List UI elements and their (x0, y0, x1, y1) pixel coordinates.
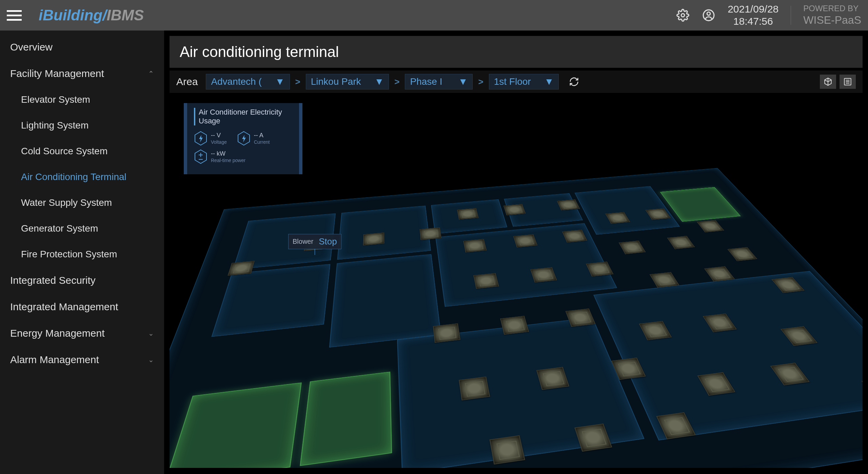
caret-down-icon: ▼ (545, 76, 554, 87)
sidebar-item-generator-system[interactable]: Generator System (0, 216, 164, 241)
chevron-down-icon: ⌄ (148, 356, 154, 364)
breadcrumb-dropdown-floor[interactable]: 1st Floor▼ (489, 74, 559, 90)
breadcrumb-dropdown-company[interactable]: Advantech (▼ (206, 74, 290, 90)
electricity-usage-panel: Air Conditioner Electricity Usage -- V V… (184, 103, 302, 174)
tooltip-value: Stop (319, 236, 337, 247)
caret-down-icon: ▼ (375, 76, 384, 87)
caret-down-icon: ▼ (458, 76, 468, 87)
power-label: Real-time power (211, 158, 245, 163)
bolt-icon (194, 131, 208, 146)
sidebar-item-air-conditioning-terminal[interactable]: Air Conditioning Terminal (0, 164, 164, 190)
top-header: iBuilding/IBMS 2021/09/28 18:47:56 POWER… (0, 0, 868, 31)
view-3d-button[interactable] (820, 75, 836, 89)
bolt-icon (237, 131, 251, 146)
menu-toggle-button[interactable] (7, 8, 22, 23)
gear-icon (676, 9, 689, 22)
sidebar-item-lighting-system[interactable]: Lighting System (0, 113, 164, 138)
sidebar-item-elevator-system[interactable]: Elevator System (0, 87, 164, 113)
cube-icon (824, 77, 832, 86)
voltage-metric: -- V Voltage (194, 131, 227, 146)
ac-vent[interactable] (489, 435, 525, 465)
sidebar-item-cold-source-system[interactable]: Cold Source System (0, 138, 164, 164)
plusminus-icon (194, 149, 208, 164)
list-icon (843, 77, 852, 86)
caret-down-icon: ▼ (275, 76, 285, 87)
breadcrumb-bar: Area Advantech (▼ > Linkou Park▼ > Phase… (170, 71, 863, 93)
refresh-icon (569, 77, 579, 87)
current-value: -- A (254, 132, 270, 139)
sidebar-item-integrated-security[interactable]: Integrated Security (0, 267, 164, 294)
sidebar-item-alarm-management[interactable]: Alarm Management⌄ (0, 347, 164, 373)
powered-by-label: POWERED BY (803, 4, 861, 14)
panel-title: Air Conditioner Electricity Usage (194, 108, 292, 125)
sidebar-item-facility-management[interactable]: Facility Management⌃ (0, 60, 164, 87)
breadcrumb-separator: > (394, 77, 399, 87)
view-list-button[interactable] (840, 75, 856, 89)
sidebar-item-fire-protection-system[interactable]: Fire Protection System (0, 241, 164, 267)
user-icon (702, 9, 715, 22)
ac-vent[interactable] (463, 239, 487, 253)
sidebar-item-water-supply-system[interactable]: Water Supply System (0, 190, 164, 216)
sidebar-nav: Overview Facility Management⌃ Elevator S… (0, 31, 164, 474)
date-text: 2021/09/28 (728, 3, 778, 15)
voltage-value: -- V (211, 132, 227, 139)
logo-second-part: IBMS (106, 7, 144, 23)
ac-vent[interactable] (457, 208, 479, 220)
user-button[interactable] (702, 8, 715, 22)
refresh-button[interactable] (567, 75, 581, 89)
app-logo: iBuilding/IBMS (39, 7, 144, 24)
logo-separator: / (102, 7, 106, 23)
current-label: Current (254, 139, 270, 145)
current-metric: -- A Current (237, 131, 270, 146)
area-label: Area (176, 76, 198, 87)
settings-button[interactable] (676, 8, 690, 22)
page-title: Air conditioning terminal (170, 36, 863, 68)
breadcrumb-separator: > (478, 77, 483, 87)
sidebar-item-integrated-management[interactable]: Integrated Management (0, 294, 164, 320)
power-metric: -- kW Real-time power (194, 149, 245, 164)
logo-first-part: iBuilding (39, 7, 102, 23)
power-value: -- kW (211, 150, 245, 158)
breadcrumb-dropdown-park[interactable]: Linkou Park▼ (306, 74, 389, 90)
datetime-display: 2021/09/28 18:47:56 (728, 3, 778, 27)
device-tooltip: Blower Stop (288, 234, 341, 249)
floor-plan-viewport[interactable]: Air Conditioner Electricity Usage -- V V… (170, 93, 863, 468)
ac-vent[interactable] (504, 204, 526, 215)
breadcrumb-separator: > (295, 77, 300, 87)
powered-by: POWERED BY WISE-PaaS (803, 4, 861, 26)
voltage-label: Voltage (211, 139, 227, 145)
chevron-down-icon: ⌄ (148, 329, 154, 337)
sidebar-item-overview[interactable]: Overview (0, 34, 164, 60)
svg-point-2 (707, 12, 710, 16)
header-divider (791, 6, 791, 25)
main-content: Air conditioning terminal Area Advantech… (164, 31, 868, 474)
sidebar-item-energy-management[interactable]: Energy Management⌄ (0, 320, 164, 347)
time-text: 18:47:56 (728, 15, 778, 27)
svg-point-0 (681, 14, 685, 17)
chevron-up-icon: ⌃ (148, 70, 154, 78)
breadcrumb-dropdown-phase[interactable]: Phase I▼ (405, 74, 473, 90)
powered-by-brand: WISE-PaaS (803, 14, 861, 26)
tooltip-label: Blower (293, 238, 313, 245)
